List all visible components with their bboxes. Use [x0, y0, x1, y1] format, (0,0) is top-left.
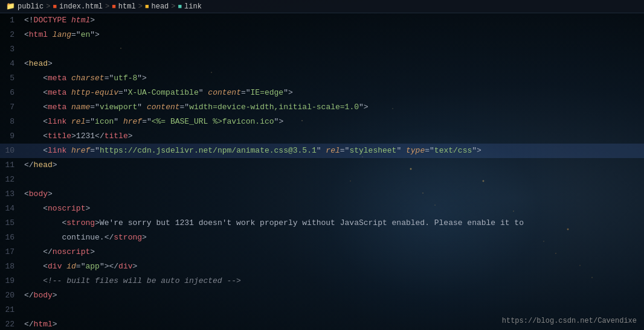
code-line-12: 12: [0, 173, 644, 187]
breadcrumb-head: ■ head: [145, 2, 169, 11]
link-tag-icon: ■: [178, 3, 182, 10]
code-line-11: 11 </head>: [0, 158, 644, 173]
breadcrumb-public: 📁 public: [6, 2, 43, 11]
head-tag-icon: ■: [145, 3, 149, 10]
html-file-icon: ■: [53, 3, 57, 10]
code-line-15: 15 <strong>We're sorry but 1231 doesn't …: [0, 216, 644, 230]
folder-icon: 📁: [6, 2, 15, 11]
code-line-1: 1 <!DOCTYPE html>: [0, 13, 644, 28]
code-area: 1 <!DOCTYPE html> 2 <html lang="en"> 3 4…: [0, 13, 644, 330]
breadcrumb-sep-2: >: [105, 2, 109, 11]
code-line-10: 10 <link href="https://cdn.jsdelivr.net/…: [0, 144, 644, 158]
breadcrumb-link: ■ link: [178, 2, 202, 11]
code-line-21: 21: [0, 303, 644, 317]
code-line-5: 5 <meta charset="utf-8">: [0, 71, 644, 86]
code-line-14: 14 <noscript>: [0, 201, 644, 216]
breadcrumb-bar: 📁 public > ■ index.html > ■ html > ■ hea…: [0, 0, 644, 13]
code-line-7: 7 <meta name="viewport" content="width=d…: [0, 100, 644, 115]
code-line-4: 4 <head>: [0, 57, 644, 71]
breadcrumb-index-html: ■ index.html: [53, 2, 103, 11]
code-line-2: 2 <html lang="en">: [0, 28, 644, 42]
code-line-6: 6 <meta http-equiv="X-UA-Compatible" con…: [0, 86, 644, 100]
code-line-13: 13 <body>: [0, 187, 644, 201]
breadcrumb-sep-1: >: [46, 2, 50, 11]
code-line-16: 16 continue.</strong>: [0, 230, 644, 245]
code-line-20: 20 </body>: [0, 288, 644, 303]
code-line-9: 9 <title>1231</title>: [0, 129, 644, 144]
code-line-18: 18 <div id="app"></div>: [0, 259, 644, 274]
url-bar: https://blog.csdn.net/Cavendixe: [502, 317, 637, 325]
code-line-8: 8 <link rel="icon" href="<%= BASE_URL %>…: [0, 115, 644, 129]
code-line-19: 19 <!-- built files will be auto injecte…: [0, 274, 644, 288]
html-tag-icon: ■: [112, 3, 116, 10]
breadcrumb-sep-3: >: [138, 2, 143, 11]
breadcrumb-sep-4: >: [171, 2, 175, 11]
editor-container: 📁 public > ■ index.html > ■ html > ■ hea…: [0, 0, 644, 330]
code-line-17: 17 </noscript>: [0, 245, 644, 259]
code-line-3: 3: [0, 42, 644, 57]
breadcrumb-html: ■ html: [112, 2, 135, 11]
